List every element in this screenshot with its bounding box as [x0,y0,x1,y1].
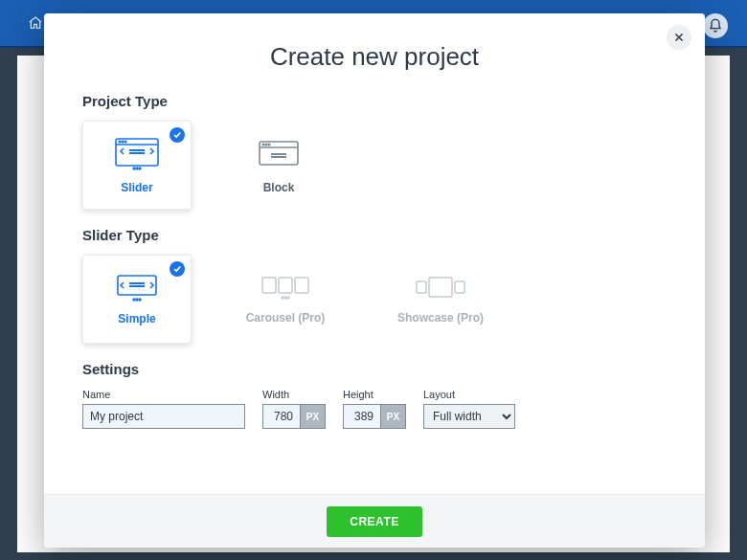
svg-point-8 [262,144,264,146]
modal-footer: CREATE [44,494,705,548]
section-settings: Settings [82,361,667,377]
width-input[interactable] [262,404,301,429]
settings-row: Name Width PX Height PX Layout [82,389,667,429]
notifications-button[interactable] [703,13,728,38]
svg-rect-21 [417,281,426,293]
create-project-modal: Create new project Project Type [44,13,705,548]
svg-point-18 [282,297,283,299]
svg-point-13 [136,299,138,301]
slider-icon [114,137,160,171]
svg-point-2 [122,141,124,143]
layout-select[interactable]: Full width [423,404,515,429]
svg-rect-11 [118,276,156,295]
svg-point-14 [139,299,141,301]
field-name: Name [82,389,245,429]
check-icon [170,127,185,143]
svg-rect-15 [262,278,276,293]
width-label: Width [262,389,326,400]
svg-point-5 [136,168,138,169]
block-icon [256,137,302,171]
simple-slider-icon [112,274,162,302]
home-icon [27,15,44,34]
svg-point-20 [287,297,289,299]
height-unit[interactable]: PX [381,404,406,429]
height-label: Height [343,389,406,400]
svg-point-9 [265,144,267,146]
slider-type-showcase[interactable]: Showcase (Pro) [379,255,502,344]
slider-type-row: Simple Carousel (Pro) [82,255,667,344]
modal-content: Project Type Slider [44,93,705,494]
svg-point-19 [284,297,286,299]
carousel-icon [259,275,312,302]
close-button[interactable] [667,25,691,50]
card-label: Block [263,181,295,194]
check-icon [170,261,185,277]
svg-rect-17 [295,278,308,293]
svg-point-3 [124,141,126,143]
width-unit[interactable]: PX [301,404,326,429]
name-label: Name [82,389,245,400]
svg-point-1 [119,141,121,143]
svg-point-4 [133,168,135,169]
section-project-type: Project Type [82,93,667,109]
field-layout: Layout Full width [423,389,515,429]
card-label: Slider [121,181,152,194]
layout-label: Layout [423,389,515,400]
create-button[interactable]: CREATE [327,506,421,537]
card-label: Simple [118,312,155,325]
project-type-slider[interactable]: Slider [82,121,192,210]
field-height: Height PX [343,389,406,429]
svg-point-6 [139,168,141,169]
svg-point-10 [268,144,270,146]
slider-type-simple[interactable]: Simple [82,255,192,344]
height-input[interactable] [343,404,381,429]
field-width: Width PX [262,389,326,429]
card-label: Carousel (Pro) [246,311,326,325]
svg-point-12 [133,299,135,301]
card-label: Showcase (Pro) [397,311,484,325]
section-slider-type: Slider Type [82,227,667,243]
svg-rect-22 [429,278,452,297]
project-type-row: Slider Block [82,121,667,210]
svg-rect-23 [455,281,464,293]
svg-rect-16 [279,278,292,293]
showcase-icon [414,275,467,302]
name-input[interactable] [82,404,245,429]
slider-type-carousel[interactable]: Carousel (Pro) [224,255,347,344]
project-type-block[interactable]: Block [224,121,333,210]
modal-title: Create new project [44,13,705,93]
